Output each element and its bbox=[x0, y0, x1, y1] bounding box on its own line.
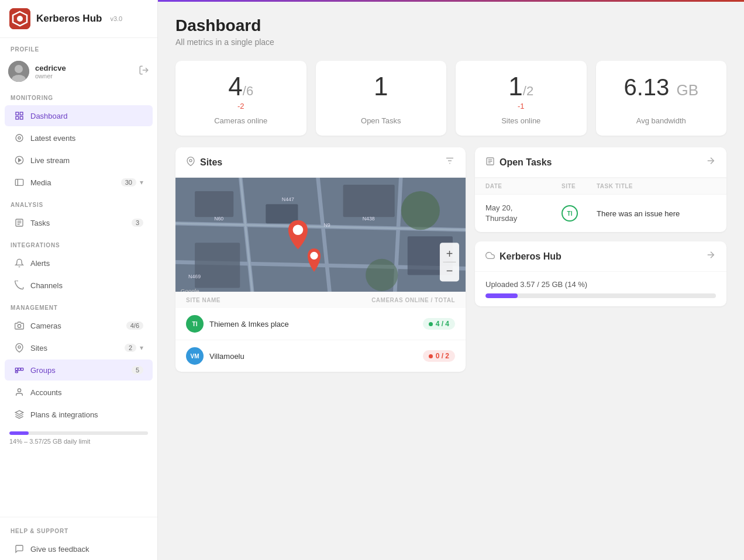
svg-marker-14 bbox=[19, 158, 21, 161]
sites-chevron: ▾ bbox=[140, 344, 143, 352]
monitoring-section-label: MONITORING bbox=[0, 87, 157, 105]
sites-label: Sites bbox=[30, 344, 47, 352]
sidebar-item-dashboard[interactable]: Dashboard bbox=[5, 105, 153, 126]
channels-icon bbox=[14, 280, 25, 291]
storage-text: 14% – 3.57/25 GB daily limit bbox=[9, 438, 148, 445]
sites-card-header: Sites bbox=[175, 147, 466, 178]
sidebar-item-groups[interactable]: Groups 5 bbox=[5, 359, 153, 381]
cameras-badge: 4/6 bbox=[126, 322, 143, 330]
sidebar-item-accounts[interactable]: Accounts bbox=[5, 382, 153, 403]
tasks-nav-button[interactable] bbox=[705, 155, 716, 169]
tasks-label: Tasks bbox=[30, 219, 50, 227]
metrics-row: 4/6 -2 Cameras online 1 Open Tasks 1/2 -… bbox=[175, 61, 726, 136]
media-chevron: ▾ bbox=[140, 178, 143, 186]
logout-button[interactable] bbox=[139, 65, 149, 78]
sidebar-item-alerts[interactable]: Alerts bbox=[5, 253, 153, 274]
sites-badge: 2 bbox=[125, 344, 136, 352]
task-title: There was an issue here bbox=[597, 209, 716, 218]
tasks-badge: 3 bbox=[132, 219, 143, 227]
svg-rect-25 bbox=[21, 368, 23, 371]
profile-section-label: PROFILE bbox=[0, 38, 157, 56]
svg-text:N469: N469 bbox=[188, 274, 201, 279]
tasks-icon bbox=[14, 217, 25, 228]
sidebar-item-cameras[interactable]: Cameras 4/6 bbox=[5, 315, 153, 336]
svg-point-12 bbox=[18, 137, 20, 139]
sites-label: Sites online bbox=[501, 116, 540, 125]
groups-label: Groups bbox=[30, 366, 56, 375]
bottom-grid: Sites bbox=[175, 147, 726, 372]
sites-table-header: SITE NAME CAMERAS ONLINE / TOTAL bbox=[175, 292, 466, 308]
alerts-icon bbox=[14, 258, 25, 268]
task-date: May 20, Thursday bbox=[485, 203, 562, 224]
right-col: Open Tasks DATE SITE TASK TITLE May 20, bbox=[475, 147, 726, 372]
site-name-1: Thiemen & Imkes place bbox=[209, 320, 289, 329]
svg-rect-8 bbox=[20, 112, 23, 115]
task-row[interactable]: May 20, Thursday TI There was an issue h… bbox=[475, 194, 726, 232]
main-content: Dashboard All metrics in a single place … bbox=[158, 0, 744, 560]
sidebar-item-tasks[interactable]: Tasks 3 bbox=[5, 212, 153, 233]
feedback-label: Give us feedback bbox=[30, 545, 89, 554]
storage-bar-track bbox=[9, 431, 148, 435]
sidebar-item-latest-events[interactable]: Latest events bbox=[5, 127, 153, 148]
cameras-badge-1: 4 / 4 bbox=[423, 318, 455, 330]
svg-point-4 bbox=[15, 65, 23, 73]
svg-rect-7 bbox=[16, 112, 19, 115]
site-row[interactable]: TI Thiemen & Imkes place 4 / 4 bbox=[175, 308, 466, 340]
dashboard-label: Dashboard bbox=[30, 112, 68, 120]
help-section: HELP & SUPPORT Give us feedback bbox=[0, 517, 157, 560]
sites-card-title: Sites bbox=[200, 157, 440, 168]
groups-badge: 5 bbox=[132, 366, 143, 374]
bandwidth-label: Avg bandwidth bbox=[636, 116, 686, 125]
status-dot-2 bbox=[429, 354, 433, 358]
bandwidth-delta bbox=[660, 102, 662, 110]
hub-nav-button[interactable] bbox=[705, 250, 716, 263]
svg-text:+: + bbox=[446, 247, 453, 260]
logo-icon bbox=[9, 8, 30, 29]
avatar bbox=[8, 61, 29, 82]
svg-text:N9: N9 bbox=[324, 222, 330, 228]
hub-card-header: Kerberos Hub bbox=[475, 241, 726, 272]
hub-storage-text: Uploaded 3.57 / 25 GB (14 %) bbox=[475, 272, 726, 293]
svg-text:−: − bbox=[446, 264, 453, 277]
latest-events-label: Latest events bbox=[30, 134, 75, 143]
sidebar-item-sites[interactable]: Sites 2 ▾ bbox=[5, 337, 153, 358]
tasks-table-header: DATE SITE TASK TITLE bbox=[475, 178, 726, 194]
cameras-icon bbox=[14, 320, 25, 331]
sidebar-item-live-stream[interactable]: Live stream bbox=[5, 150, 153, 171]
profile-role: owner bbox=[35, 72, 133, 79]
plans-label: Plans & integrations bbox=[30, 410, 98, 419]
app-name: Kerberos Hub bbox=[36, 13, 102, 25]
sidebar: Kerberos Hub v3.0 PROFILE cedricve owner… bbox=[0, 0, 158, 560]
sidebar-item-feedback[interactable]: Give us feedback bbox=[5, 538, 153, 559]
profile-username: cedricve bbox=[35, 64, 133, 72]
media-icon bbox=[14, 177, 25, 188]
site-row[interactable]: VM Villamoelu 0 / 2 bbox=[175, 340, 466, 372]
sites-filter-button[interactable] bbox=[445, 155, 455, 169]
metric-cameras: 4/6 -2 Cameras online bbox=[175, 61, 306, 136]
cameras-delta: -2 bbox=[237, 102, 244, 110]
site-name-cell: TI Thiemen & Imkes place bbox=[186, 315, 423, 333]
cameras-badge-2: 0 / 2 bbox=[423, 350, 455, 362]
media-label: Media bbox=[30, 178, 51, 187]
media-badge: 30 bbox=[121, 178, 136, 186]
tasks-label: Open Tasks bbox=[361, 116, 401, 125]
svg-point-28 bbox=[190, 159, 192, 161]
app-version: v3.0 bbox=[110, 15, 122, 22]
svg-rect-23 bbox=[15, 368, 18, 371]
sites-icon bbox=[14, 343, 25, 353]
storage-bar-container: 14% – 3.57/25 GB daily limit bbox=[0, 426, 157, 447]
tasks-card-icon bbox=[485, 157, 495, 168]
profile-info: cedricve owner bbox=[35, 64, 133, 79]
svg-point-11 bbox=[16, 134, 23, 141]
sidebar-item-media[interactable]: Media 30 ▾ bbox=[5, 172, 153, 193]
svg-rect-26 bbox=[15, 371, 18, 373]
sites-card-icon bbox=[186, 157, 195, 168]
channels-label: Channels bbox=[30, 281, 63, 290]
sites-value: 1/2 bbox=[508, 74, 533, 99]
svg-rect-15 bbox=[15, 179, 23, 186]
site-name-cell: VM Villamoelu bbox=[186, 347, 423, 365]
svg-point-21 bbox=[18, 324, 20, 327]
sidebar-item-plans[interactable]: Plans & integrations bbox=[5, 404, 153, 425]
sidebar-item-channels[interactable]: Channels bbox=[5, 275, 153, 296]
cameras-label: Cameras bbox=[30, 322, 61, 330]
